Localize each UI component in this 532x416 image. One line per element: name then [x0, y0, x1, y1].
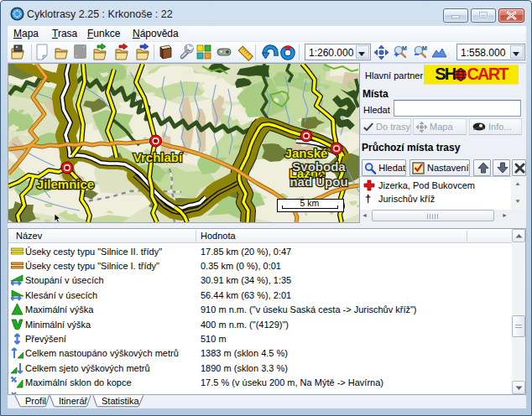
svg-text:Profil: Profil: [25, 396, 46, 406]
svg-text:Vrchlabí: Vrchlabí: [133, 150, 183, 164]
svg-text:Jilemnice: Jilemnice: [37, 177, 94, 191]
svg-text:Itinerář: Itinerář: [59, 396, 88, 406]
svg-text:Svoboda: Svoboda: [292, 159, 346, 174]
svg-text:5 km: 5 km: [300, 198, 320, 208]
svg-text:Janské: Janské: [285, 146, 328, 160]
svg-text:nad Úpou: nad Úpou: [289, 174, 347, 189]
svg-text:Statistika: Statistika: [102, 396, 140, 406]
